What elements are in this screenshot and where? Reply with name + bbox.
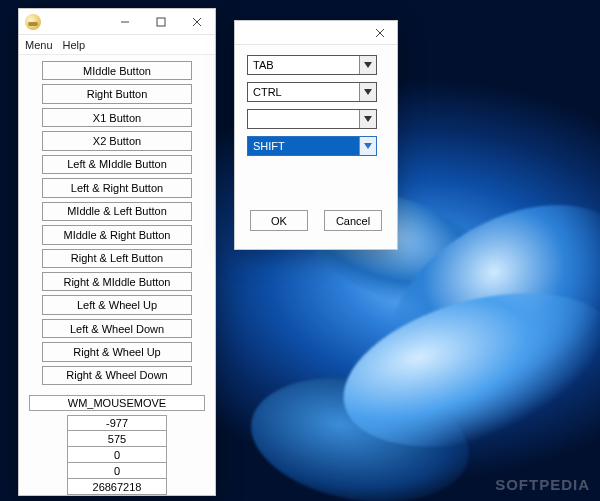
main-window: Menu Help MIddle Button Right Button X1 … <box>18 8 216 496</box>
button-middle[interactable]: MIddle Button <box>42 61 192 80</box>
watermark-text: SOFTPEDIA <box>495 476 590 493</box>
close-icon <box>192 17 202 27</box>
svg-marker-8 <box>364 116 372 122</box>
main-body: MIddle Button Right Button X1 Button X2 … <box>19 55 215 495</box>
button-left-wheeldown[interactable]: Left & Wheel Down <box>42 319 192 338</box>
app-icon <box>25 14 41 30</box>
button-right-wheelup[interactable]: Right & Wheel Up <box>42 342 192 361</box>
close-button[interactable] <box>179 9 215 35</box>
ok-button[interactable]: OK <box>250 210 308 231</box>
button-right-middle[interactable]: Right & MIddle Button <box>42 272 192 291</box>
data-cell: 0 <box>67 447 167 463</box>
dialog-body: TAB CTRL SHIFT <box>235 45 397 156</box>
status-message: WM_MOUSEMOVE <box>29 395 205 411</box>
minimize-icon <box>120 17 130 27</box>
svg-rect-1 <box>157 18 165 26</box>
data-cell: 575 <box>67 431 167 447</box>
combo-value: TAB <box>248 56 359 74</box>
svg-marker-9 <box>364 143 372 149</box>
button-right[interactable]: Right Button <box>42 84 192 103</box>
button-left-middle[interactable]: Left & MIddle Button <box>42 155 192 174</box>
chevron-down-icon[interactable] <box>359 110 376 128</box>
data-cell: 0 <box>67 463 167 479</box>
close-icon <box>375 28 385 38</box>
chevron-down-icon[interactable] <box>359 56 376 74</box>
data-cell: 26867218 <box>67 479 167 495</box>
combo-value: SHIFT <box>248 137 359 155</box>
data-cell: -977 <box>67 415 167 431</box>
button-left-wheelup[interactable]: Left & Wheel Up <box>42 295 192 314</box>
button-right-wheeldown[interactable]: Right & Wheel Down <box>42 366 192 385</box>
button-right-left[interactable]: Right & Left Button <box>42 249 192 268</box>
dialog-close-button[interactable] <box>363 21 397 45</box>
button-left-right[interactable]: Left & Right Button <box>42 178 192 197</box>
menu-item-help[interactable]: Help <box>63 39 86 51</box>
button-middle-left[interactable]: MIddle & Left Button <box>42 202 192 221</box>
combo-value <box>248 110 359 128</box>
dialog-titlebar[interactable] <box>235 21 397 45</box>
maximize-icon <box>156 17 166 27</box>
button-middle-right[interactable]: MIddle & Right Button <box>42 225 192 244</box>
chevron-down-icon[interactable] <box>359 83 376 101</box>
dialog-button-row: OK Cancel <box>235 210 397 235</box>
menubar: Menu Help <box>19 35 215 55</box>
minimize-button[interactable] <box>107 9 143 35</box>
data-readout: -977 575 0 0 26867218 <box>67 415 167 495</box>
key-dialog: TAB CTRL SHIFT OK Cancel <box>234 20 398 250</box>
chevron-down-icon[interactable] <box>359 137 376 155</box>
menu-item-menu[interactable]: Menu <box>25 39 53 51</box>
titlebar[interactable] <box>19 9 215 35</box>
svg-marker-6 <box>364 62 372 68</box>
combo-1[interactable]: TAB <box>247 55 377 75</box>
button-x1[interactable]: X1 Button <box>42 108 192 127</box>
svg-marker-7 <box>364 89 372 95</box>
maximize-button[interactable] <box>143 9 179 35</box>
combo-4[interactable]: SHIFT <box>247 136 377 156</box>
button-x2[interactable]: X2 Button <box>42 131 192 150</box>
combo-value: CTRL <box>248 83 359 101</box>
combo-2[interactable]: CTRL <box>247 82 377 102</box>
combo-3[interactable] <box>247 109 377 129</box>
cancel-button[interactable]: Cancel <box>324 210 382 231</box>
